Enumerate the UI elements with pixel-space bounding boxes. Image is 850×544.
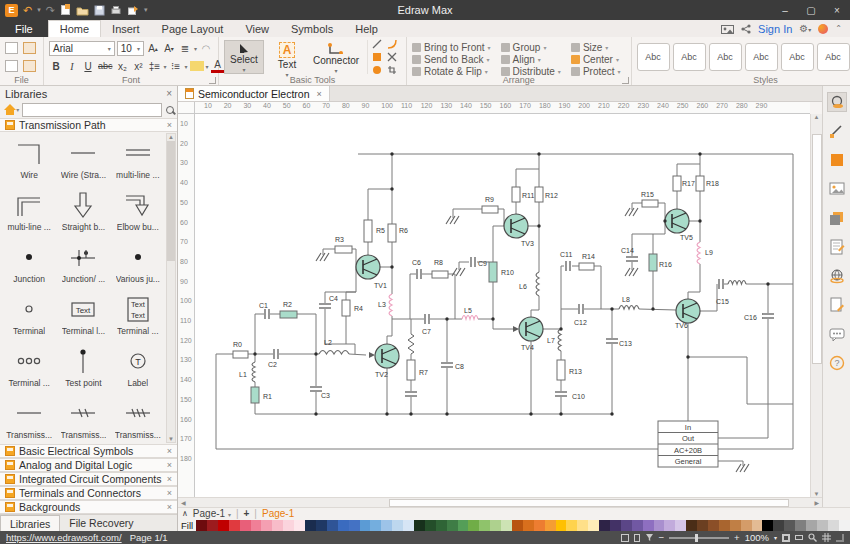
inductor[interactable]: [462, 316, 478, 320]
font-style-b[interactable]: B: [49, 59, 63, 73]
grid-icon[interactable]: [822, 533, 831, 542]
library-section-analog-and-digital-logic[interactable]: Analog and Digital Logic×: [0, 458, 177, 472]
color-swatch[interactable]: [305, 520, 316, 531]
align-button[interactable]: ≣: [178, 41, 192, 55]
section-close-icon[interactable]: ×: [167, 488, 172, 498]
arrange-bring-to-front-button[interactable]: Bring to Front▾: [412, 42, 491, 53]
color-swatch[interactable]: [468, 520, 479, 531]
color-swatch[interactable]: [316, 520, 327, 531]
transistor[interactable]: [665, 209, 689, 233]
font-style-abc[interactable]: abc: [97, 59, 114, 73]
capacitor[interactable]: [579, 304, 583, 314]
symbol-multi-line[interactable]: multi-line ...: [111, 134, 165, 186]
layers-icon[interactable]: [827, 208, 847, 228]
theme-icon[interactable]: [827, 92, 847, 112]
sign-in-link[interactable]: Sign In: [758, 23, 792, 35]
color-swatch[interactable]: [752, 520, 763, 531]
capacitor[interactable]: [626, 257, 638, 261]
arc-tool-icon[interactable]: [385, 38, 399, 50]
hyperlink-icon[interactable]: [827, 266, 847, 286]
style-preview-3[interactable]: Abc: [709, 43, 742, 71]
color-swatch[interactable]: [479, 520, 490, 531]
resistor[interactable]: [649, 254, 657, 271]
library-section-terminals-and-connectors[interactable]: Terminals and Connectors×: [0, 486, 177, 500]
color-swatch[interactable]: [545, 520, 556, 531]
capacitor[interactable]: [265, 309, 269, 319]
collapse-ribbon-icon[interactable]: ⌃: [835, 24, 842, 33]
fit-width-icon[interactable]: [795, 535, 803, 540]
freeform-tool-icon[interactable]: [385, 51, 399, 63]
color-swatch[interactable]: [447, 520, 458, 531]
wire[interactable]: [453, 209, 482, 218]
undo-dropdown-icon[interactable]: ▾: [37, 6, 41, 14]
symbol-multi-line[interactable]: multi-line ...: [2, 186, 56, 238]
resistor[interactable]: [579, 263, 594, 270]
font-style-x[interactable]: x₂: [116, 59, 130, 73]
inductor[interactable]: [389, 294, 392, 316]
font-style-u[interactable]: U: [81, 59, 95, 73]
resistor[interactable]: [388, 224, 396, 242]
resistor[interactable]: [432, 271, 448, 278]
color-swatch[interactable]: [240, 520, 251, 531]
wire[interactable]: [531, 296, 539, 317]
wire[interactable]: [658, 203, 665, 221]
color-swatch[interactable]: [218, 520, 229, 531]
symbol-terminal[interactable]: Terminal: [2, 290, 56, 342]
color-swatch[interactable]: [229, 520, 240, 531]
minimize-button[interactable]: –: [772, 0, 798, 20]
drawing-canvas[interactable]: InOutAC+20BGeneralR0C1R2C2L1R1L2C3TV2R3C…: [195, 114, 810, 497]
symbol-various-ju[interactable]: Various ju...: [111, 238, 165, 290]
zoom-out-icon[interactable]: −: [659, 532, 665, 543]
inductor[interactable]: [697, 242, 700, 264]
color-swatch[interactable]: [621, 520, 632, 531]
line-tool-icon[interactable]: [370, 38, 384, 50]
varistor[interactable]: [408, 334, 414, 354]
font-style-i[interactable]: I: [65, 59, 79, 73]
color-swatch[interactable]: [370, 520, 381, 531]
page-select[interactable]: Page-1 ▾: [193, 508, 231, 519]
pan-icon[interactable]: [645, 533, 654, 542]
format-painter-icon[interactable]: [827, 121, 847, 141]
resistor[interactable]: [489, 262, 497, 282]
resistor[interactable]: [557, 360, 565, 380]
color-swatch[interactable]: [403, 520, 414, 531]
redo-icon[interactable]: ↷: [46, 4, 55, 16]
symbol-terminal-l[interactable]: TextTerminal l...: [56, 290, 110, 342]
symbol-wire[interactable]: Wire: [2, 134, 56, 186]
document-tab[interactable]: Semiconductor Electron ×: [178, 86, 330, 101]
line-spacing-button[interactable]: ‡≡: [148, 59, 162, 73]
resistor[interactable]: [512, 187, 520, 202]
symbol-transmiss[interactable]: Transmiss...: [111, 394, 165, 444]
comment-icon[interactable]: [827, 324, 847, 344]
sidebar-tab-file-recovery[interactable]: File Recovery: [60, 515, 142, 531]
color-swatch[interactable]: [806, 520, 817, 531]
resistor[interactable]: [364, 220, 372, 242]
color-swatch[interactable]: [392, 520, 403, 531]
wire[interactable]: [498, 209, 504, 226]
color-swatch[interactable]: [708, 520, 719, 531]
resistor[interactable]: [335, 246, 352, 253]
color-swatch[interactable]: [436, 520, 447, 531]
capacitor[interactable]: [441, 363, 453, 367]
undo-icon[interactable]: ↶: [23, 4, 32, 16]
color-swatch[interactable]: [675, 520, 686, 531]
color-swatch[interactable]: [588, 520, 599, 531]
color-swatch[interactable]: [512, 520, 523, 531]
arrange-group-button[interactable]: Group▾: [501, 42, 561, 53]
zoom-dropdown-icon[interactable]: ▾: [774, 534, 777, 541]
library-home-icon[interactable]: [4, 104, 13, 115]
color-swatch[interactable]: [839, 520, 850, 531]
inductor[interactable]: [728, 281, 746, 285]
section-close-icon[interactable]: ×: [167, 446, 172, 456]
tab-home[interactable]: Home: [48, 20, 101, 37]
capacitor[interactable]: [274, 349, 278, 359]
inductor[interactable]: [619, 306, 639, 310]
symbol-elbow-bu[interactable]: Elbow bu...: [111, 186, 165, 238]
wire[interactable]: [387, 316, 392, 344]
capacitor[interactable]: [555, 392, 567, 396]
tab-symbols[interactable]: Symbols: [280, 20, 344, 37]
vertical-scrollbar[interactable]: ▲▼: [810, 114, 822, 497]
style-preview-1[interactable]: Abc: [637, 43, 670, 71]
wire[interactable]: [493, 226, 504, 262]
search-icon[interactable]: [165, 105, 173, 115]
